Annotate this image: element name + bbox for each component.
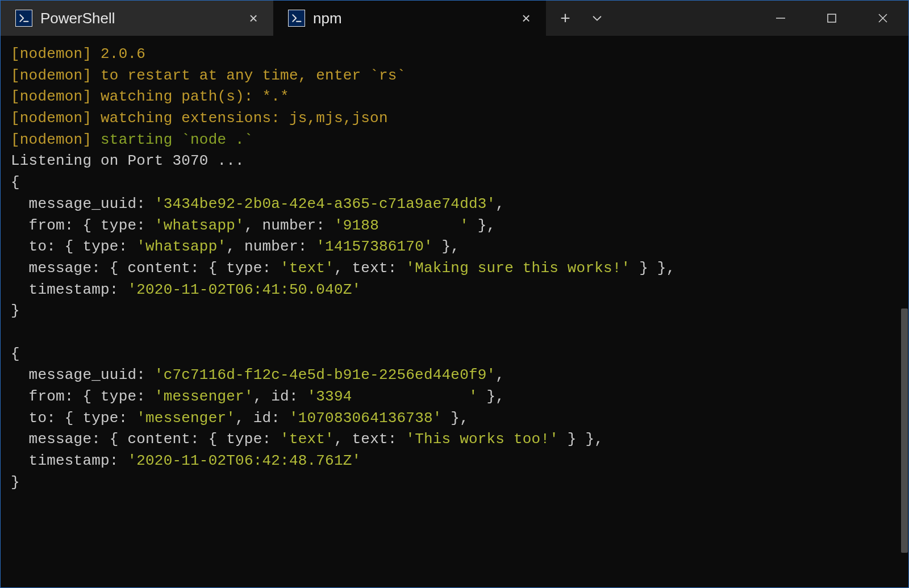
value: '3394 ' — [307, 388, 478, 405]
tab-label: PowerShell — [40, 10, 236, 27]
value: '2020-11-02T06:41:50.040Z' — [119, 281, 361, 298]
value: '3434be92-2b0a-42e4-a365-c71a9ae74dd3' — [145, 195, 495, 212]
key: message: — [11, 431, 101, 448]
nodemon-start: starting `node .` — [101, 131, 253, 148]
key: timestamp: — [11, 452, 119, 469]
value: 'whatsapp' — [155, 217, 244, 234]
new-tab-button[interactable]: + — [553, 6, 578, 31]
brace: } — [11, 474, 20, 491]
key: to: — [11, 410, 56, 427]
titlebar: PowerShell × npm × + — [1, 1, 908, 36]
key: timestamp: — [11, 281, 119, 298]
powershell-icon — [15, 10, 32, 27]
value: 'messenger' — [136, 410, 235, 427]
nodemon-line: [nodemon] 2.0.6 — [11, 45, 145, 62]
key: message: — [11, 260, 101, 277]
value: 'text' — [280, 431, 334, 448]
tab-powershell[interactable]: PowerShell × — [1, 1, 273, 36]
nodemon-line: [nodemon] watching path(s): *.* — [11, 88, 289, 105]
scrollbar-thumb[interactable] — [901, 308, 908, 553]
value: 'messenger' — [155, 388, 253, 405]
window-controls — [755, 1, 908, 36]
value: '9188 ' — [334, 217, 469, 234]
nodemon-line: [nodemon] watching extensions: js,mjs,js… — [11, 110, 388, 127]
value: '14157386170' — [316, 238, 432, 255]
tab-label: npm — [313, 10, 508, 27]
powershell-icon — [288, 10, 305, 27]
key: message_uuid: — [11, 195, 145, 212]
value: 'whatsapp' — [136, 238, 226, 255]
key: to: — [11, 238, 56, 255]
value: '2020-11-02T06:42:48.761Z' — [119, 452, 361, 469]
close-icon[interactable]: × — [516, 11, 536, 26]
value: 'This works too!' — [406, 431, 558, 448]
listening-line: Listening on Port 3070 ... — [11, 152, 244, 169]
titlebar-drag-region[interactable] — [616, 1, 755, 36]
value: 'text' — [280, 260, 334, 277]
nodemon-prefix: [nodemon] — [11, 131, 101, 148]
tab-npm[interactable]: npm × — [273, 1, 546, 36]
minimize-button[interactable] — [755, 1, 806, 36]
svg-rect-3 — [828, 14, 836, 22]
maximize-button[interactable] — [806, 1, 857, 36]
key: message_uuid: — [11, 366, 145, 383]
close-icon[interactable]: × — [244, 11, 263, 26]
brace: { — [11, 345, 20, 362]
tab-dropdown-button[interactable] — [585, 6, 610, 31]
key: from: — [11, 217, 74, 234]
value: 'Making sure this works!' — [406, 260, 630, 277]
value: '107083064136738' — [289, 410, 442, 427]
close-window-button[interactable] — [857, 1, 908, 36]
brace: { — [11, 174, 20, 191]
tab-strip: PowerShell × npm × — [1, 1, 546, 36]
terminal-output[interactable]: [nodemon] 2.0.6 [nodemon] to restart at … — [1, 36, 908, 587]
tabbar-controls: + — [546, 1, 616, 36]
nodemon-line: [nodemon] to restart at any time, enter … — [11, 67, 406, 84]
key: from: — [11, 388, 74, 405]
value: 'c7c7116d-f12c-4e5d-b91e-2256ed44e0f9' — [145, 366, 495, 383]
terminal-window: PowerShell × npm × + — [0, 0, 909, 588]
brace: } — [11, 302, 20, 319]
